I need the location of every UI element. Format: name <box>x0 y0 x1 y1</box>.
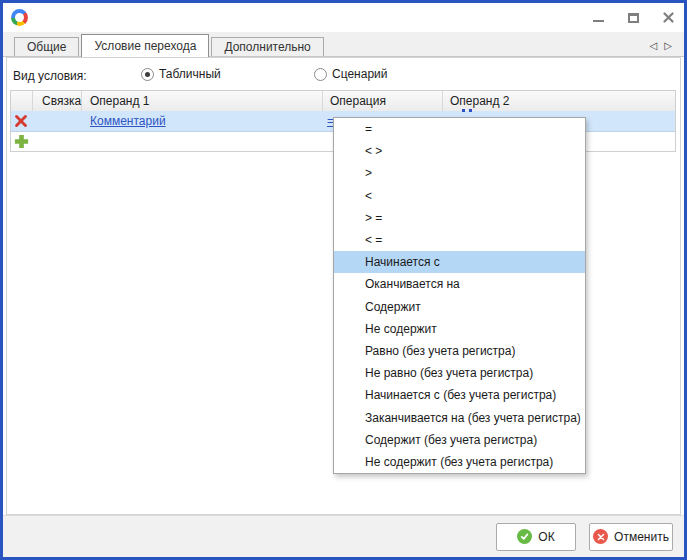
cancel-button-label: Отменить <box>614 530 669 544</box>
menu-item[interactable]: Не равно (без учета регистра) <box>334 362 585 384</box>
maximize-icon <box>628 13 639 23</box>
ok-button-label: ОК <box>538 530 554 544</box>
footer-bar: ОК Отменить <box>3 515 684 557</box>
radio-scenariy[interactable]: Сценарий <box>314 67 387 81</box>
condition-type-label: Вид условия: <box>13 69 87 83</box>
radio-scenariy-icon[interactable] <box>314 68 327 81</box>
menu-item[interactable]: Начинается с (без учета регистра) <box>334 384 585 406</box>
radio-tablichny-label: Табличный <box>159 67 221 81</box>
tab-uslovie-perekhoda[interactable]: Условие перехода <box>81 34 209 57</box>
title-bar <box>3 3 684 32</box>
close-icon <box>663 12 674 23</box>
close-button[interactable] <box>661 11 675 25</box>
tab-scroll-left-icon[interactable]: ◁ <box>650 41 658 51</box>
delete-row-cell <box>11 111 33 131</box>
delete-row-icon[interactable] <box>15 115 27 127</box>
menu-item[interactable]: Заканчивается на (без учета регистра) <box>334 406 585 428</box>
radio-scenariy-label: Сценарий <box>332 67 387 81</box>
grid-header: Связка Операнд 1 Операция Операнд 2 <box>11 91 675 111</box>
tab-obshchie[interactable]: Общие <box>14 37 79 56</box>
operand1-cell: Комментарий <box>82 111 323 131</box>
menu-item[interactable]: = <box>334 118 585 140</box>
menu-item[interactable]: Содержит (без учета регистра) <box>334 429 585 451</box>
minimize-button[interactable] <box>591 11 605 25</box>
tab-strip: Общие Условие перехода Дополнительно ◁ ▷ <box>3 32 684 57</box>
tab-dopolnitelno[interactable]: Дополнительно <box>211 37 323 56</box>
column-header-operation[interactable]: Операция <box>323 91 443 111</box>
menu-item[interactable]: > <box>334 162 585 184</box>
tab-scroll-right-icon[interactable]: ▷ <box>664 41 672 51</box>
column-header-svyazka[interactable]: Связка <box>33 91 82 111</box>
menu-item[interactable]: Не содержит <box>334 318 585 340</box>
cancel-x-icon <box>593 529 608 544</box>
tab-scroll-buttons: ◁ ▷ <box>650 41 672 51</box>
menu-item[interactable]: Равно (без учета регистра) <box>334 340 585 362</box>
menu-item[interactable]: Не содержит (без учета регистра) <box>334 451 585 473</box>
column-header-operand2[interactable]: Операнд 2 <box>443 91 675 111</box>
radio-tablichny-icon[interactable] <box>141 68 154 81</box>
dialog-window: Общие Условие перехода Дополнительно ◁ ▷… <box>0 0 687 560</box>
operand2-link-clipped[interactable] <box>462 109 476 113</box>
svyazka-cell <box>33 111 82 131</box>
menu-item[interactable]: < > <box>334 140 585 162</box>
menu-item[interactable]: < <box>334 185 585 207</box>
menu-item[interactable]: < = <box>334 229 585 251</box>
menu-item-highlighted[interactable]: Начинается с <box>334 251 585 273</box>
menu-item[interactable]: > = <box>334 207 585 229</box>
add-row-icon[interactable] <box>14 134 29 149</box>
radio-tablichny[interactable]: Табличный <box>141 67 221 81</box>
cancel-button[interactable]: Отменить <box>589 523 673 551</box>
app-logo-icon <box>11 9 28 26</box>
operation-dropdown-menu: = < > > < > = < = Начинается с Оканчивае… <box>333 117 586 474</box>
operand1-link[interactable]: Комментарий <box>90 114 166 128</box>
ok-button[interactable]: ОК <box>496 523 576 551</box>
window-controls <box>591 3 675 32</box>
ok-check-icon <box>517 529 532 544</box>
menu-item[interactable]: Оканчивается на <box>334 273 585 295</box>
maximize-button[interactable] <box>626 11 640 25</box>
minimize-icon <box>593 20 604 22</box>
column-header-operand1[interactable]: Операнд 1 <box>82 91 323 111</box>
menu-item[interactable]: Содержит <box>334 296 585 318</box>
column-header-actions <box>11 91 33 111</box>
